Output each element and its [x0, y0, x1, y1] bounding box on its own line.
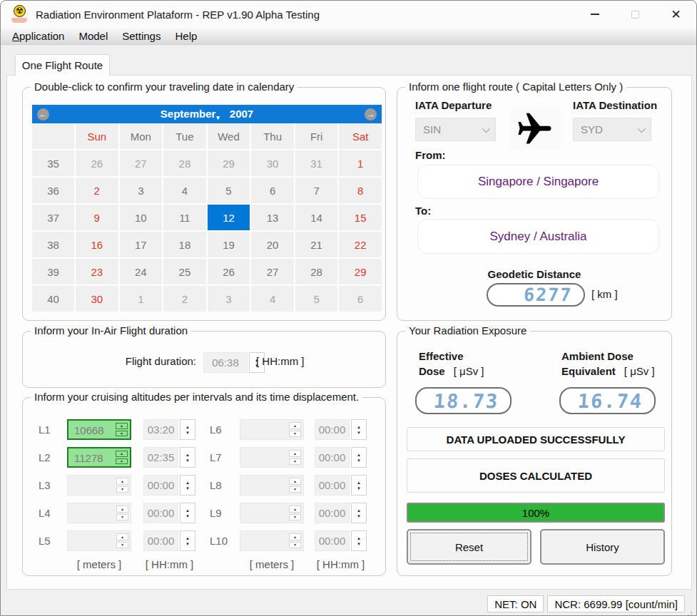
spinner-buttons[interactable]: ▲▼: [289, 422, 301, 437]
spinner-buttons[interactable]: ▲▼: [180, 503, 195, 523]
iata-destination-combobox[interactable]: SYD: [573, 118, 651, 141]
calendar-day[interactable]: 28: [163, 150, 206, 176]
altitude-time-l9[interactable]: 00:00▲▼: [315, 503, 367, 523]
altitude-meters-l6[interactable]: ▲▼: [240, 419, 304, 440]
spin-down-icon[interactable]: ▼: [185, 430, 190, 436]
spinner-buttons[interactable]: ▲▼: [351, 503, 367, 523]
menu-item-help[interactable]: Help: [168, 30, 204, 42]
altitude-time-l7[interactable]: 00:00▲▼: [315, 447, 367, 468]
calendar-day[interactable]: 28: [295, 259, 338, 284]
menu-item-settings[interactable]: Settings: [115, 30, 168, 42]
calendar-prev-month-button[interactable]: ←: [37, 108, 49, 120]
calendar-next-month-button[interactable]: →: [365, 108, 377, 120]
altitude-time-l10[interactable]: 00:00▲▼: [315, 530, 367, 551]
tab-one-flight-route[interactable]: One Flight Route: [15, 54, 110, 76]
spin-up-icon[interactable]: ▲: [289, 478, 301, 485]
spin-down-icon[interactable]: ▼: [289, 542, 301, 549]
spinner-buttons[interactable]: ▲▼: [180, 530, 195, 551]
spin-up-icon[interactable]: ▲: [185, 508, 190, 513]
spin-up-icon[interactable]: ▲: [289, 505, 301, 513]
calendar-day[interactable]: 29: [339, 259, 382, 284]
calendar-day[interactable]: 20: [251, 232, 294, 257]
calendar-day[interactable]: 14: [295, 205, 338, 230]
spin-down-icon[interactable]: ▼: [357, 458, 361, 463]
spin-up-icon[interactable]: ▲: [357, 508, 361, 513]
spin-up-icon[interactable]: ▲: [116, 451, 128, 457]
spinner-buttons[interactable]: ▲▼: [289, 450, 301, 465]
spin-down-icon[interactable]: ▼: [185, 458, 190, 463]
calendar-year-label[interactable]: 2007: [230, 108, 253, 120]
spin-up-icon[interactable]: ▲: [289, 533, 301, 540]
calendar-day[interactable]: 27: [120, 150, 163, 176]
calendar-day[interactable]: 25: [163, 259, 206, 284]
spinner-buttons[interactable]: ▲▼: [289, 505, 301, 520]
menu-item-model[interactable]: Model: [71, 30, 115, 42]
spin-down-icon[interactable]: ▼: [357, 430, 361, 436]
spin-up-icon[interactable]: ▲: [357, 480, 361, 486]
calendar-day[interactable]: 4: [251, 286, 294, 312]
spinner-buttons[interactable]: ▲▼: [351, 447, 367, 468]
altitude-meters-l3[interactable]: ▲▼: [67, 475, 131, 496]
spin-up-icon[interactable]: ▲: [289, 422, 301, 429]
spin-down-icon[interactable]: ▼: [116, 458, 128, 465]
spin-down-icon[interactable]: ▼: [357, 541, 361, 547]
spinner-buttons[interactable]: ▲▼: [116, 451, 128, 464]
calendar-day[interactable]: 6: [251, 178, 294, 203]
calendar-day[interactable]: 11: [163, 205, 206, 230]
spinner-buttons[interactable]: ▲▼: [289, 478, 301, 493]
calendar-month-label[interactable]: September: [161, 108, 216, 120]
spin-down-icon[interactable]: ▼: [289, 458, 301, 466]
spin-down-icon[interactable]: ▼: [116, 542, 128, 549]
altitude-meters-l5[interactable]: ▲▼: [67, 530, 131, 551]
spin-up-icon[interactable]: ▲: [116, 533, 128, 540]
spinner-buttons[interactable]: ▲▼: [351, 475, 367, 496]
spin-down-icon[interactable]: ▼: [185, 513, 190, 519]
spinner-buttons[interactable]: ▲▼: [351, 530, 367, 551]
spin-down-icon[interactable]: ▼: [185, 541, 190, 547]
altitude-meters-l4[interactable]: ▲▼: [67, 503, 131, 523]
calendar-day[interactable]: 13: [251, 205, 294, 230]
spin-up-icon[interactable]: ▲: [185, 424, 190, 430]
spin-down-icon[interactable]: ▼: [185, 486, 190, 491]
calendar-day[interactable]: 18: [163, 232, 206, 257]
calendar-day[interactable]: 2: [163, 286, 206, 312]
spin-up-icon[interactable]: ▲: [357, 535, 361, 541]
calendar-day[interactable]: 24: [120, 259, 163, 284]
maximize-button[interactable]: [615, 1, 656, 28]
spin-up-icon[interactable]: ▲: [116, 505, 128, 513]
spinner-buttons[interactable]: ▲▼: [180, 475, 195, 496]
calendar-day[interactable]: 3: [120, 178, 163, 203]
altitude-meters-l1[interactable]: 10668▲▼: [67, 419, 131, 440]
calendar-day[interactable]: 7: [295, 178, 338, 203]
spinner-buttons[interactable]: ▲▼: [116, 505, 128, 520]
close-button[interactable]: ✕: [656, 1, 696, 28]
calendar-day[interactable]: 27: [251, 259, 294, 284]
calendar-day[interactable]: 16: [76, 232, 118, 257]
calendar-day[interactable]: 19: [208, 232, 250, 257]
calendar-day[interactable]: 26: [76, 150, 118, 176]
iata-departure-combobox[interactable]: SIN: [415, 118, 496, 141]
calendar-month-year[interactable]: September▾2007: [54, 108, 360, 121]
calendar-day[interactable]: 2: [76, 178, 118, 203]
spinner-buttons[interactable]: ▲▼: [116, 533, 128, 548]
calendar-day[interactable]: 3: [208, 286, 250, 312]
calendar-day[interactable]: 5: [208, 178, 250, 203]
calendar-day[interactable]: 26: [208, 259, 250, 284]
spin-down-icon[interactable]: ▼: [116, 486, 128, 493]
calendar-day[interactable]: 1: [120, 286, 163, 312]
calendar-day[interactable]: 6: [339, 286, 382, 312]
calendar-day-selected[interactable]: 12: [208, 205, 250, 230]
calendar-day[interactable]: 31: [295, 150, 338, 176]
calendar-day[interactable]: 1: [339, 150, 382, 176]
altitude-meters-l9[interactable]: ▲▼: [240, 503, 304, 523]
spin-up-icon[interactable]: ▲: [357, 424, 361, 430]
history-button[interactable]: History: [540, 529, 665, 565]
spin-up-icon[interactable]: ▲: [116, 423, 128, 429]
altitude-time-l4[interactable]: 00:00▲▼: [143, 503, 195, 523]
spin-down-icon[interactable]: ▼: [116, 514, 128, 521]
resize-grip[interactable]: [685, 612, 686, 613]
calendar-day[interactable]: 5: [295, 286, 338, 312]
spinner-buttons[interactable]: ▲▼: [180, 419, 195, 440]
spin-down-icon[interactable]: ▼: [289, 486, 301, 493]
altitude-meters-l8[interactable]: ▲▼: [240, 475, 304, 496]
